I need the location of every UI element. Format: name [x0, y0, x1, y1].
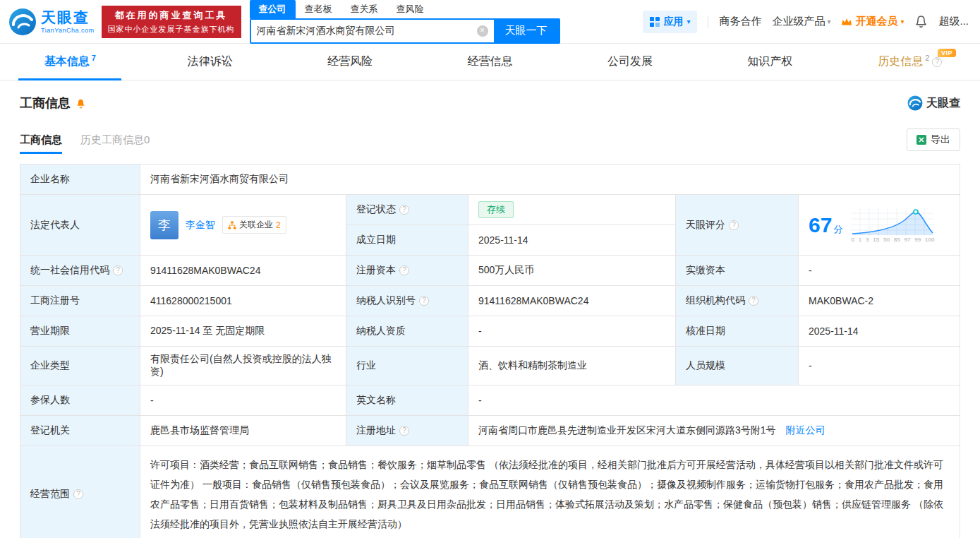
industry-value: 酒、饮料和精制茶制造业 [468, 347, 676, 385]
promo-badge: 都在用的商业查询工具 国家中小企业发展子基金旗下机构 [102, 6, 241, 38]
reg-authority-value: 鹿邑县市场监督管理局 [140, 416, 346, 446]
tianyan-score-value[interactable]: 67分 [799, 195, 960, 256]
company-type-value: 有限责任公司(自然人投资或控股的法人独资) [140, 347, 346, 385]
chevron-down-icon: ▾ [900, 18, 904, 25]
help-icon[interactable]: ? [749, 296, 758, 306]
tab-intellectual-property[interactable]: 知识产权 [700, 44, 840, 80]
subtab-history-business-info[interactable]: 历史工商信息0 [80, 133, 150, 154]
tianyancha-logo[interactable]: 天眼查 TianYanCha.com [8, 8, 95, 36]
table-row: 经营范围? 许可项目：酒类经营；食品互联网销售；食品销售；餐饮服务；烟草制品零售… [20, 446, 960, 538]
legal-rep-label: 法定代表人 [20, 195, 140, 256]
business-info-card: 工商信息 天眼查 工商信息 历史工商信息0 [0, 80, 980, 538]
help-icon[interactable]: ? [113, 265, 123, 275]
notification-bell-icon[interactable] [914, 15, 928, 28]
business-scope-value: 许可项目：酒类经营；食品互联网销售；食品销售；餐饮服务；烟草制品零售 （依法须经… [140, 446, 960, 538]
help-icon[interactable]: ? [729, 220, 739, 230]
search-button[interactable]: 天眼一下 [494, 20, 559, 42]
vip-badge: VIP [938, 49, 956, 57]
business-cooperation-link[interactable]: 商务合作 [719, 15, 761, 28]
tab-legal-proceedings[interactable]: 法律诉讼 [140, 44, 279, 80]
help-icon[interactable]: ? [73, 489, 83, 499]
search-tabs: 查公司 查老板 查关系 查风险 [250, 0, 560, 18]
reg-status-value: 存续 [468, 195, 676, 225]
legal-rep-avatar[interactable]: 李 [150, 211, 179, 239]
subscribe-bell-icon[interactable] [75, 98, 86, 109]
apps-grid-icon [650, 17, 660, 27]
search-input[interactable] [251, 20, 477, 42]
tianyancha-watermark: 天眼查 [907, 95, 960, 111]
legal-rep-name-link[interactable]: 李金智 [186, 219, 215, 232]
english-name-label: 英文名称 [346, 385, 468, 416]
status-badge: 存续 [478, 201, 514, 218]
address-value: 河南省周口市鹿邑县先进制造业开发区宋河大道东侧同源路3号附1号 附近公司 [468, 416, 960, 446]
approval-date-label: 核准日期 [676, 316, 799, 347]
table-row: 营业期限 2025-11-14 至 无固定期限 纳税人资质 - 核准日期 202… [20, 316, 960, 347]
reg-capital-label: 注册资本? [346, 256, 468, 286]
clear-search-icon[interactable]: × [477, 25, 488, 37]
subtab-business-info[interactable]: 工商信息 [20, 133, 62, 154]
search-tab-company[interactable]: 查公司 [250, 0, 296, 18]
nearby-companies-link[interactable]: 附近公司 [785, 424, 825, 436]
export-button[interactable]: 导出 [907, 128, 960, 151]
insured-count-label: 参保人数 [20, 385, 140, 416]
tab-operation-risk[interactable]: 经营风险 [280, 44, 420, 80]
table-row: 工商注册号 411628000215001 纳税人识别号? 91411628MA… [20, 286, 960, 316]
help-icon[interactable]: ? [399, 265, 409, 275]
tianyancha-logo-icon [8, 8, 37, 36]
search-area: 查公司 查老板 查关系 查风险 × 天眼一下 [250, 0, 560, 44]
search-tab-relation[interactable]: 查关系 [341, 0, 387, 18]
score-curve-chart: 0131550859799100 [851, 208, 934, 243]
business-info-table: 企业名称 河南省新宋河酒水商贸有限公司 法定代表人 李 李金智 [20, 164, 960, 538]
taxpayer-id-label: 纳税人识别号? [346, 286, 468, 316]
crown-icon [841, 18, 852, 26]
help-icon[interactable]: ? [932, 57, 942, 67]
score-axis: 0131550859799100 [851, 237, 934, 243]
section-header: 工商信息 天眼查 [20, 95, 960, 112]
menu-divider [708, 16, 708, 28]
tianyancha-logo-icon [907, 95, 923, 111]
credit-code-value: 91411628MAK0BWAC24 [140, 256, 346, 286]
taxpayer-quality-label: 纳税人资质 [346, 316, 468, 347]
tab-operation-info[interactable]: 经营信息 [420, 44, 559, 80]
related-companies-badge[interactable]: 关联企业 2 [222, 216, 286, 234]
tab-history-info[interactable]: 历史信息 2 ? VIP [840, 44, 980, 80]
table-row: 登记机关 鹿邑县市场监督管理局 注册地址? 河南省周口市鹿邑县先进制造业开发区宋… [20, 416, 960, 446]
tab-basic-info[interactable]: 基本信息 7 [0, 44, 140, 80]
help-icon[interactable]: ? [399, 426, 409, 436]
section-title: 工商信息 [20, 95, 71, 112]
score-number: 67分 [809, 213, 842, 237]
reg-number-value: 411628000215001 [140, 286, 346, 316]
help-icon[interactable]: ? [419, 296, 429, 306]
help-icon[interactable]: ? [399, 205, 409, 215]
reg-status-label: 登记状态? [346, 195, 468, 225]
open-vip-link[interactable]: 开通会员 ▾ [841, 15, 904, 28]
paid-capital-value: - [799, 256, 960, 286]
super-vip-link[interactable]: 超级... [938, 15, 969, 28]
establish-date-label: 成立日期 [346, 225, 468, 256]
logo-domain: TianYanCha.com [41, 27, 95, 34]
enterprise-product-link[interactable]: 企业级产品 ▾ [772, 15, 830, 28]
approval-date-value: 2025-11-14 [799, 316, 960, 347]
tianyan-score-label: 天眼评分? [676, 195, 799, 256]
chevron-down-icon: ▾ [827, 18, 830, 25]
company-nav-tabs: 基本信息 7 法律诉讼 经营风险 经营信息 公司发展 知识产权 历史信息 2 ?… [0, 44, 980, 80]
tab-company-development[interactable]: 公司发展 [560, 44, 700, 80]
business-info-subtabs: 工商信息 历史工商信息0 导出 [20, 128, 960, 154]
company-name-value: 河南省新宋河酒水商贸有限公司 [140, 165, 960, 195]
table-row: 统一社会信用代码? 91411628MAK0BWAC24 注册资本? 500万人… [20, 256, 960, 286]
reg-capital-value: 500万人民币 [468, 256, 676, 286]
address-label: 注册地址? [346, 416, 468, 446]
search-tab-risk[interactable]: 查风险 [387, 0, 433, 18]
header-right-menu: 应用 ▾ 商务合作 企业级产品 ▾ 开通会员 ▾ [643, 11, 969, 33]
tab-count: 7 [92, 54, 96, 62]
table-row: 参保人数 - 英文名称 - [20, 385, 960, 416]
search-box: × 天眼一下 [250, 18, 560, 44]
company-name-label: 企业名称 [20, 165, 140, 195]
business-scope-label: 经营范围? [20, 446, 140, 538]
paid-capital-label: 实缴资本 [676, 256, 799, 286]
business-term-value: 2025-11-14 至 无固定期限 [140, 316, 346, 347]
search-tab-boss[interactable]: 查老板 [296, 0, 341, 18]
excel-icon [917, 135, 926, 145]
apps-button[interactable]: 应用 ▾ [643, 11, 697, 33]
industry-label: 行业 [346, 347, 468, 385]
